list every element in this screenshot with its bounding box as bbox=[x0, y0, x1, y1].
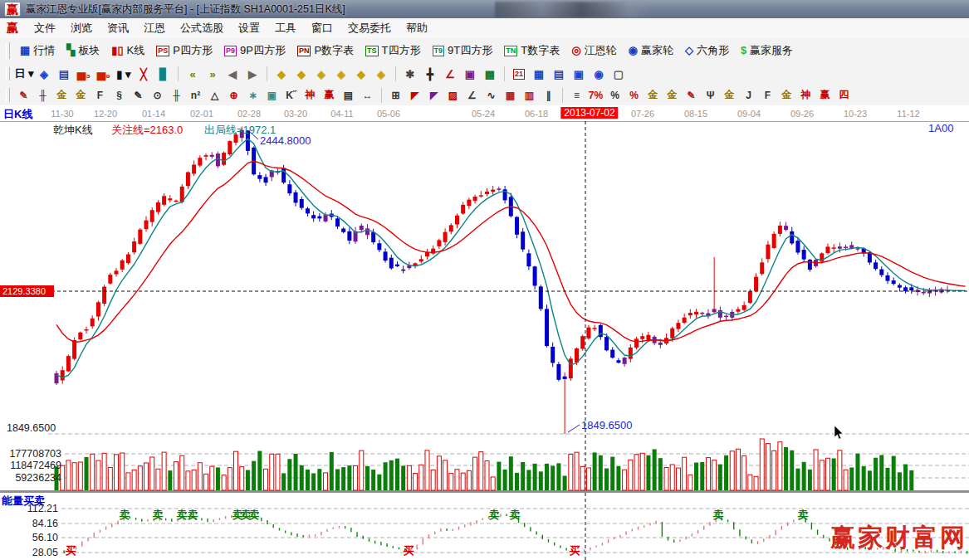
shen-angle-button[interactable]: 神 bbox=[796, 86, 815, 105]
gann-nav-right-button[interactable]: ◆ bbox=[291, 65, 311, 83]
ruler-123-button[interactable]: ▤ bbox=[339, 86, 358, 105]
fan-purple-button[interactable]: ◤ bbox=[424, 86, 443, 105]
pitchfork-button[interactable]: Ψ bbox=[701, 86, 720, 105]
curve-style-button[interactable]: ◈ bbox=[34, 65, 54, 83]
toolbar-grip[interactable] bbox=[6, 42, 10, 59]
four-angle-button[interactable]: 四 bbox=[834, 86, 854, 105]
menu-item-8[interactable]: 窗口 bbox=[304, 18, 340, 38]
gann-box-2-button[interactable]: ▥ bbox=[520, 86, 539, 105]
menu-item-6[interactable]: 设置 bbox=[231, 18, 267, 38]
menu-item-4[interactable]: 江恩 bbox=[136, 18, 173, 38]
gann-nav-all-button[interactable]: ◈ bbox=[371, 65, 391, 83]
period-day-selector-button[interactable]: 日 ▾ bbox=[14, 65, 34, 83]
t-square-button[interactable]: TST四方形 bbox=[360, 41, 426, 60]
calendar-21-button[interactable]: 21 bbox=[509, 65, 529, 83]
gann-nav-expand-button[interactable]: ◈ bbox=[311, 65, 331, 83]
save-button[interactable]: ▣ bbox=[569, 65, 589, 83]
memo-button[interactable]: ▤ bbox=[549, 65, 569, 83]
winner-wheel-button[interactable]: ◉赢家轮 bbox=[623, 41, 679, 60]
percent-button[interactable]: % bbox=[605, 86, 624, 105]
gann-nav-left-button[interactable]: ◆ bbox=[272, 65, 291, 83]
k-marks-button[interactable]: K˝ bbox=[281, 86, 301, 105]
j-angle-button[interactable]: J bbox=[739, 86, 758, 105]
p-table-button[interactable]: PNP数字表 bbox=[291, 41, 360, 60]
f-gate-button[interactable]: F bbox=[91, 86, 110, 105]
fan-boxed-button[interactable]: ▨ bbox=[443, 86, 462, 105]
pencil-2-button[interactable]: ✎ bbox=[129, 86, 148, 105]
percent-line-button[interactable]: % bbox=[624, 86, 644, 105]
shen-gate-button[interactable]: 神 bbox=[301, 86, 320, 105]
gold-gate-2-button[interactable]: 金 bbox=[71, 86, 91, 105]
win-angle-button[interactable]: 赢 bbox=[815, 86, 834, 105]
ma3-chart-button[interactable]: ▅₃ bbox=[74, 65, 94, 83]
jump-last-button[interactable]: » bbox=[203, 65, 223, 83]
menu-item-5[interactable]: 公式选股 bbox=[173, 18, 231, 38]
hexagon-button[interactable]: ◇六角形 bbox=[679, 41, 735, 60]
jump-first-button[interactable]: « bbox=[183, 65, 203, 83]
9p-square-button[interactable]: P99P四方形 bbox=[218, 41, 291, 60]
menu-item-9[interactable]: 交易委托 bbox=[340, 18, 399, 38]
crosshair-button[interactable]: ╋ bbox=[420, 65, 440, 83]
toolbar-grip[interactable] bbox=[6, 67, 10, 81]
spider-web-button[interactable]: ∗ bbox=[243, 86, 262, 105]
page-prev-button[interactable]: ◀ bbox=[223, 65, 242, 83]
pencil-3-button[interactable]: ✎ bbox=[682, 86, 701, 105]
h-extent-button[interactable]: ↔ bbox=[358, 86, 377, 105]
network-button[interactable]: ◉ bbox=[589, 65, 609, 83]
zigzag-button[interactable]: ∿ bbox=[482, 86, 501, 105]
volume-chart-button[interactable]: ▊ bbox=[154, 65, 174, 83]
9t-square-button[interactable]: T99T四方形 bbox=[427, 41, 499, 60]
calculator-button[interactable]: ▦ bbox=[529, 65, 549, 83]
page-next-button[interactable]: ▶ bbox=[242, 65, 262, 83]
box-web-button[interactable]: ▣ bbox=[262, 86, 281, 105]
gold-circle-button[interactable]: 金 bbox=[644, 86, 663, 105]
pan-hand-button[interactable]: ✱ bbox=[400, 65, 420, 83]
info-panel-button[interactable]: ▤ bbox=[54, 65, 74, 83]
winner-service-button[interactable]: $赢家服务 bbox=[735, 41, 799, 60]
p-square-button[interactable]: PSP四方形 bbox=[150, 41, 218, 60]
quotes-button[interactable]: ▦行情 bbox=[14, 41, 61, 60]
print-button[interactable]: ▢ bbox=[609, 65, 629, 83]
t-table-button[interactable]: TNT数字表 bbox=[498, 41, 565, 60]
angle-measure-button[interactable]: ∠ bbox=[440, 65, 460, 83]
protractor-button[interactable]: △ bbox=[205, 86, 224, 105]
menu-item-7[interactable]: 工具 bbox=[267, 18, 304, 38]
text-note-button[interactable]: ▣ bbox=[460, 65, 480, 83]
price-levels-button[interactable]: ≡ bbox=[567, 86, 586, 105]
parallel-button[interactable]: ∥ bbox=[539, 86, 558, 105]
menu-item-2[interactable]: 浏览 bbox=[63, 18, 100, 38]
pencil-button[interactable]: ✎ bbox=[14, 86, 33, 105]
grid-tool-button[interactable]: ╫ bbox=[33, 86, 52, 105]
gann-nav-cross-button[interactable]: ◆ bbox=[351, 65, 371, 83]
seven-percent-button[interactable]: 7% bbox=[586, 86, 605, 105]
ma9-chart-button[interactable]: ▅₉ bbox=[94, 65, 114, 83]
gann-box-button[interactable]: ▦ bbox=[501, 86, 520, 105]
toolbar-grip[interactable] bbox=[6, 88, 10, 101]
spiral-button[interactable]: § bbox=[110, 86, 129, 105]
target-button[interactable]: ⊕ bbox=[224, 86, 243, 105]
candle-style-button[interactable]: ▮ ▾ bbox=[114, 65, 134, 83]
trend-angle-button[interactable]: ∠ bbox=[462, 86, 482, 105]
grid-tool-2-button[interactable]: ╫ bbox=[167, 86, 186, 105]
f-angle-button[interactable]: F bbox=[758, 86, 777, 105]
time-cycle-button[interactable]: ⊙ bbox=[148, 86, 167, 105]
gold-fan-button[interactable]: 金 bbox=[720, 86, 739, 105]
gann-wheel-button[interactable]: ◎江恩轮 bbox=[565, 41, 622, 60]
sectors-button[interactable]: ▚板块 bbox=[61, 41, 105, 60]
quad-box-button[interactable]: ⊞ bbox=[386, 86, 405, 105]
menu-item-1[interactable]: 文件 bbox=[27, 18, 63, 38]
gold-levels-button[interactable]: 金 bbox=[663, 86, 682, 105]
kline-button[interactable]: ▮▯K线 bbox=[105, 41, 150, 60]
gold-angle-button[interactable]: 金 bbox=[777, 86, 796, 105]
menu-item-3[interactable]: 资讯 bbox=[100, 18, 136, 38]
gann-nav-shrink-button[interactable]: ◈ bbox=[331, 65, 351, 83]
n-square-button[interactable]: n² bbox=[186, 86, 205, 105]
ex-rights-button[interactable]: ╳ bbox=[134, 65, 154, 83]
win-gate-button[interactable]: 赢 bbox=[320, 86, 339, 105]
date-axis[interactable]: 日K线 11-3012-2001-1402-0102-2803-2004-110… bbox=[0, 105, 969, 122]
menu-item-10[interactable]: 帮助 bbox=[399, 18, 435, 38]
fan-red-button[interactable]: ◤ bbox=[405, 86, 424, 105]
chart-canvas[interactable] bbox=[0, 121, 969, 560]
title-bar[interactable]: 赢 赢家江恩专业版[赢家内部服务平台] - [上证指数 SH1A0001-251… bbox=[0, 0, 969, 18]
gold-gate-1-button[interactable]: 金 bbox=[52, 86, 71, 105]
